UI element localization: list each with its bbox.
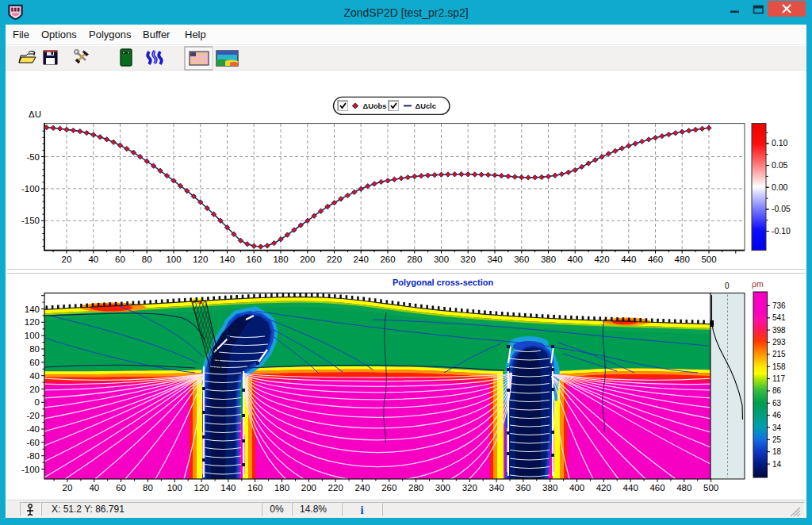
- svg-text:120: 120: [193, 255, 208, 264]
- svg-text:25: 25: [772, 435, 782, 444]
- svg-text:380: 380: [541, 255, 556, 264]
- svg-text:440: 440: [623, 483, 638, 492]
- svg-text:60: 60: [116, 483, 126, 492]
- svg-text:80: 80: [142, 255, 152, 264]
- svg-text:0.10: 0.10: [772, 138, 788, 148]
- svg-text:100: 100: [167, 483, 182, 492]
- svg-text:260: 260: [381, 483, 396, 492]
- svg-text:120: 120: [194, 483, 209, 492]
- svg-text:20: 20: [63, 483, 73, 492]
- svg-text:380: 380: [542, 483, 557, 492]
- svg-text:ΔUclc: ΔUclc: [416, 102, 436, 110]
- svg-text:117: 117: [772, 374, 785, 383]
- svg-text:158: 158: [772, 362, 786, 371]
- svg-text:-150: -150: [21, 216, 40, 225]
- svg-text:20: 20: [62, 255, 72, 264]
- svg-text:500: 500: [703, 483, 718, 492]
- svg-text:ρm: ρm: [752, 279, 764, 289]
- svg-text:340: 340: [489, 483, 504, 492]
- svg-text:460: 460: [649, 483, 665, 492]
- svg-text:360: 360: [514, 255, 529, 264]
- svg-text:Polygonal cross-section: Polygonal cross-section: [393, 278, 493, 287]
- svg-text:500: 500: [701, 255, 716, 264]
- svg-text:215: 215: [772, 350, 786, 358]
- svg-text:300: 300: [435, 483, 450, 492]
- svg-text:140: 140: [25, 305, 40, 314]
- svg-text:280: 280: [407, 255, 422, 264]
- svg-text:80: 80: [29, 344, 40, 354]
- svg-text:0: 0: [35, 397, 40, 407]
- svg-text:-0.10: -0.10: [772, 226, 791, 236]
- svg-text:40: 40: [88, 255, 98, 264]
- svg-text:0: 0: [725, 282, 730, 290]
- svg-text:400: 400: [568, 255, 583, 264]
- svg-text:400: 400: [569, 483, 584, 492]
- svg-text:-40: -40: [26, 424, 40, 434]
- svg-text:260: 260: [380, 255, 395, 264]
- svg-text:-50: -50: [26, 152, 40, 162]
- svg-text:180: 180: [273, 255, 288, 264]
- svg-text:86: 86: [772, 386, 782, 395]
- svg-text:40: 40: [89, 483, 99, 492]
- svg-text:18: 18: [772, 447, 782, 456]
- svg-text:ΔU: ΔU: [29, 109, 41, 119]
- svg-text:-0.05: -0.05: [772, 204, 791, 213]
- svg-text:14: 14: [772, 460, 782, 469]
- svg-text:220: 220: [327, 255, 342, 264]
- svg-text:160: 160: [247, 483, 262, 492]
- svg-text:398: 398: [772, 326, 786, 335]
- svg-text:140: 140: [220, 255, 235, 264]
- svg-text:240: 240: [354, 483, 370, 492]
- svg-text:100: 100: [166, 255, 181, 264]
- svg-text:440: 440: [621, 255, 636, 264]
- svg-text:340: 340: [487, 255, 502, 264]
- svg-text:180: 180: [274, 483, 289, 492]
- svg-text:541: 541: [772, 313, 786, 322]
- svg-text:200: 200: [301, 483, 316, 492]
- svg-text:0.00: 0.00: [772, 182, 788, 192]
- svg-text:736: 736: [772, 301, 786, 310]
- svg-text:300: 300: [434, 255, 449, 264]
- svg-text:60: 60: [115, 255, 125, 264]
- svg-text:60: 60: [29, 358, 40, 367]
- svg-text:-60: -60: [26, 438, 40, 447]
- svg-text:100: 100: [25, 331, 40, 340]
- svg-text:34: 34: [772, 423, 782, 432]
- svg-text:-20: -20: [26, 411, 40, 420]
- svg-text:140: 140: [220, 483, 236, 492]
- svg-text:160: 160: [247, 255, 262, 264]
- svg-text:320: 320: [461, 255, 476, 264]
- svg-text:460: 460: [648, 255, 663, 264]
- svg-text:46: 46: [772, 411, 782, 420]
- svg-text:480: 480: [676, 483, 691, 492]
- svg-text:220: 220: [328, 483, 343, 492]
- svg-text:-100: -100: [21, 184, 40, 194]
- svg-text:280: 280: [408, 483, 423, 492]
- svg-text:200: 200: [300, 255, 315, 264]
- svg-text:120: 120: [25, 317, 40, 327]
- svg-text:360: 360: [515, 483, 530, 492]
- svg-text:ΔUobs: ΔUobs: [363, 102, 387, 110]
- svg-text:80: 80: [143, 483, 153, 492]
- svg-text:480: 480: [675, 255, 690, 264]
- svg-text:20: 20: [29, 385, 40, 394]
- svg-text:40: 40: [29, 371, 40, 381]
- svg-text:420: 420: [594, 255, 609, 264]
- svg-text:420: 420: [596, 483, 611, 492]
- svg-text:240: 240: [354, 255, 369, 264]
- svg-text:-80: -80: [26, 451, 40, 461]
- svg-text:63: 63: [772, 399, 782, 408]
- svg-text:320: 320: [462, 483, 477, 492]
- svg-text:-100: -100: [21, 465, 40, 474]
- svg-text:293: 293: [772, 338, 786, 347]
- svg-text:0.05: 0.05: [772, 160, 788, 170]
